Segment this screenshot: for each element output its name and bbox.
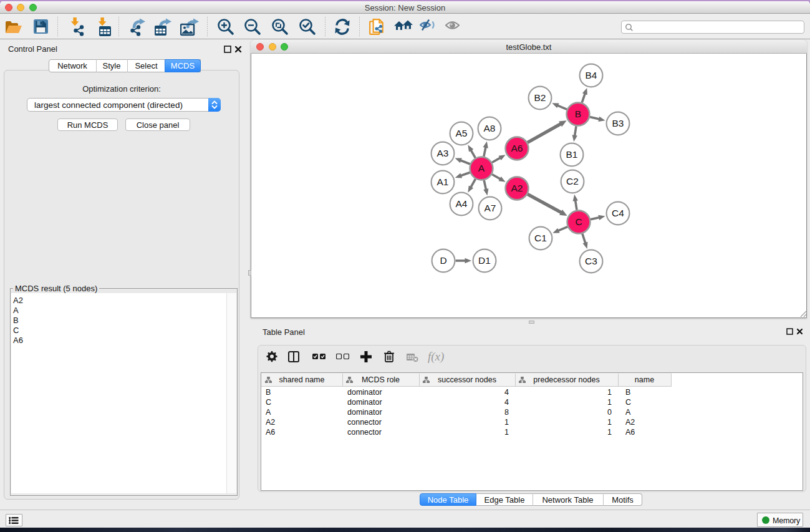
svg-text:C4: C4 xyxy=(612,208,624,218)
svg-text:A7: A7 xyxy=(485,203,496,213)
svg-text:C: C xyxy=(575,216,582,227)
svg-text:C3: C3 xyxy=(585,256,597,266)
svg-text:A5: A5 xyxy=(456,128,468,138)
svg-text:B2: B2 xyxy=(534,92,546,103)
svg-text:D1: D1 xyxy=(478,255,491,266)
svg-text:B1: B1 xyxy=(566,149,578,160)
svg-text:D: D xyxy=(440,255,446,266)
svg-text:A6: A6 xyxy=(511,143,523,153)
svg-text:A: A xyxy=(478,163,485,173)
svg-text:C2: C2 xyxy=(566,176,579,186)
svg-text:A2: A2 xyxy=(511,183,523,193)
svg-text:A4: A4 xyxy=(456,198,468,209)
svg-text:B: B xyxy=(575,109,581,119)
svg-text:A1: A1 xyxy=(437,177,449,187)
svg-text:B3: B3 xyxy=(612,118,624,128)
svg-text:A3: A3 xyxy=(437,148,449,158)
svg-text:C1: C1 xyxy=(534,233,547,243)
svg-text:B4: B4 xyxy=(586,70,597,80)
svg-text:A8: A8 xyxy=(484,123,496,133)
